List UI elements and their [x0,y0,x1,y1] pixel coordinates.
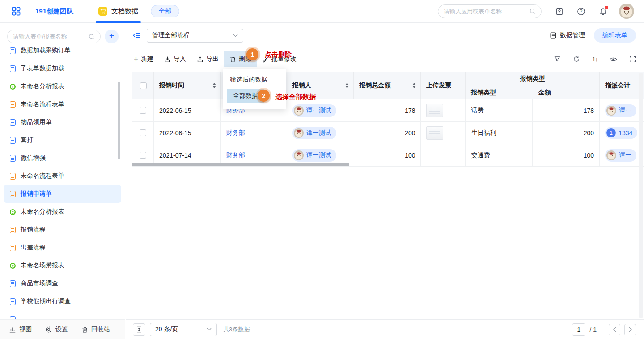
settings-button[interactable]: 设置 [45,326,68,334]
refresh-icon[interactable] [573,56,580,63]
svg-text:?: ? [580,9,583,14]
fullscreen-icon[interactable] [629,56,636,63]
tab-doc-data[interactable]: 文档数据 [98,0,138,23]
recycle-bin-button[interactable]: 回收站 [81,326,110,334]
plus-icon: + [134,56,138,62]
select-all-checkbox[interactable] [140,82,147,89]
sidebar-item[interactable]: 出差流程 [4,239,121,257]
top-header: 191创建团队 文档数据 全部 ? [0,0,644,23]
sidebar-item[interactable]: 未命名流程表单 [4,95,121,113]
row-checkbox[interactable] [140,129,146,136]
doc-icon [10,280,16,287]
sidebar-item[interactable]: 物品领用单 [4,113,121,131]
page-size-select[interactable]: 20 条/页 [150,323,217,336]
person-pill[interactable]: 谭一测试 [292,104,336,117]
sidebar-item[interactable]: 微信增强 [4,149,121,167]
person-avatar [294,128,304,138]
edit-form-button[interactable]: 编辑表单 [594,28,636,43]
sidebar-item[interactable]: 报销流程 [4,221,121,239]
person-avatar [606,150,616,160]
sidebar-item[interactable]: 套打 [4,131,121,149]
row-checkbox[interactable] [140,107,146,114]
views-button[interactable]: 视图 [9,326,32,334]
person-pill[interactable]: 谭一测试 [292,149,336,162]
sort-arrows-icon[interactable] [412,83,416,88]
form-search-input[interactable] [13,33,89,40]
table-row[interactable]: 2022-06-15 财务部 谭一测试 200 生日福利 200 1 1334 [132,122,644,144]
row-height-button[interactable] [133,323,145,336]
sidebar-item[interactable]: 未命名分析报表 [4,77,121,95]
column-label: 金额 [538,89,551,97]
person-pill[interactable]: 谭一测试 [292,127,336,139]
invoice-thumbnail[interactable] [426,126,443,140]
import-button[interactable]: 导入 [159,51,191,67]
sidebar-item[interactable]: 数据加载采购订单 [4,47,121,60]
team-name[interactable]: 191创建团队 [35,7,73,16]
help-icon[interactable]: ? [577,7,585,16]
prev-page-button[interactable] [609,324,620,335]
cell-amount: 100 [584,152,594,159]
menu-item-filtered-data[interactable]: 筛选后的数据 [223,73,286,87]
eye-icon[interactable] [610,56,617,63]
sidebar-item[interactable]: 未命名流程表单 [4,167,121,185]
sidebar-item[interactable]: 子表单数据加载 [4,60,121,77]
data-manage-button[interactable]: 数据管理 [550,31,585,39]
global-search-input[interactable] [444,8,530,15]
sidebar-item-selected[interactable]: 报销申请单 [4,185,121,203]
doc-icon [10,173,16,180]
sidebar-item[interactable]: 未命名分析报表 [4,203,121,221]
column-header-type[interactable]: 报销类型 [466,86,533,99]
annotation-step-1-badge: 1 [246,48,258,60]
add-form-button[interactable]: + [105,30,119,43]
next-page-button[interactable] [624,324,636,335]
export-button[interactable]: 导出 [191,51,224,67]
apps-grid-icon[interactable] [12,7,21,16]
pager: / 1 [572,323,636,336]
sidebar-item-label: 报销流程 [21,226,46,234]
sidebar-item[interactable]: 学校假期出行调查 [4,292,121,310]
column-header-accountant[interactable]: 指派会计 [600,72,644,99]
column-header-total[interactable]: 报销总金额 [354,72,421,99]
sidebar-scrollbar[interactable] [118,82,120,159]
invoice-thumbnail[interactable] [426,104,443,117]
horizontal-scrollbar[interactable] [132,163,349,166]
new-record-button[interactable]: + 新建 [128,51,159,67]
doc-icon [10,298,16,305]
scope-all-pill[interactable]: 全部 [151,5,179,17]
sidebar-item[interactable]: 未命名场景报表 [4,257,121,275]
contacts-icon[interactable] [555,7,564,16]
row-checkbox[interactable] [140,152,146,159]
sort-arrows-icon[interactable] [212,83,216,88]
cell-total: 178 [405,107,415,114]
page-number-input[interactable] [572,323,585,336]
person-name: 谭一测试 [306,129,331,137]
accountant-pill[interactable]: 谭一 [605,104,636,117]
accountant-pill[interactable]: 1 1334 [605,127,637,139]
cell-date: 2021-07-14 [159,152,191,159]
column-header-invoice[interactable]: 上传发票 [421,72,466,99]
filter-icon[interactable] [554,56,561,63]
global-search[interactable] [438,4,542,18]
cell-dept-link[interactable]: 财务部 [226,151,245,159]
flow-scope-select[interactable]: 管理全部流程 [147,29,243,43]
user-avatar[interactable] [619,4,634,19]
accountant-pill[interactable]: 谭一 [605,149,636,162]
annotation-step-2-badge: 2 [258,90,270,102]
column-header-time[interactable]: 报销时间 [154,72,221,99]
sort-arrows-icon[interactable] [345,83,349,88]
sort-icon[interactable]: 1↓ [592,56,597,63]
sidebar-item[interactable]: 商品市场调查 [4,275,121,292]
accountant-name: 谭一 [619,151,631,159]
views-label: 视图 [19,326,32,334]
vertical-scrollbar-track[interactable] [639,73,643,318]
column-header-amount[interactable]: 金额 [533,86,600,99]
sidebar-item-label: 微信增强 [21,154,46,162]
form-search-box[interactable] [7,30,101,43]
import-label: 导入 [174,55,186,63]
cell-total: 200 [405,129,415,137]
collapse-sidebar-icon[interactable] [133,31,141,39]
sidebar-item-clipped[interactable] [4,310,121,319]
notification-bell-icon[interactable] [599,7,607,16]
table-row[interactable]: 2022-06-15 财务部 谭一测试 178 话费 178 谭一 [132,99,644,122]
cell-dept-link[interactable]: 财务部 [226,129,245,137]
